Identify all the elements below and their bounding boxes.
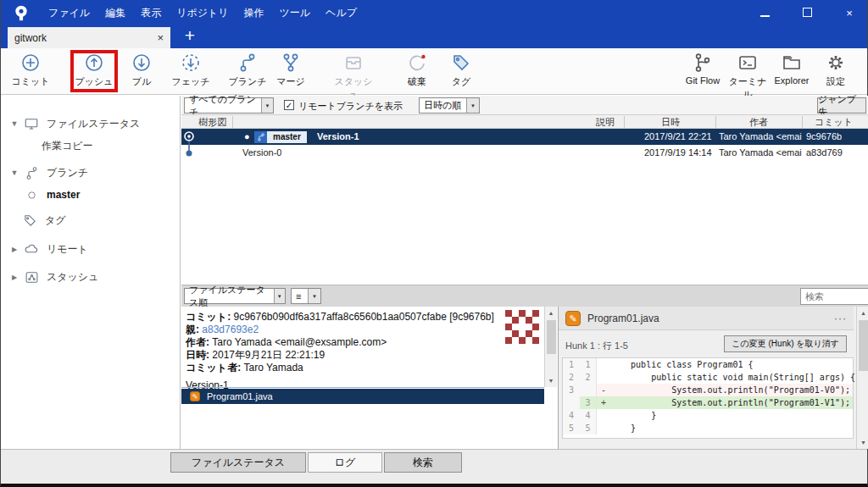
details-scrollbar[interactable]: ▲ ▼ xyxy=(544,307,557,387)
tab-bar: gitwork × + xyxy=(1,25,867,48)
sidebar-item-stashes[interactable]: ▶ スタッシュ xyxy=(1,268,180,286)
close-icon[interactable]: × xyxy=(840,7,859,19)
diff-marker: - xyxy=(597,384,610,396)
chevron-down-icon[interactable]: ▼ xyxy=(8,119,21,128)
terminal-button[interactable]: ターミナル xyxy=(724,51,771,93)
new-tab-icon[interactable]: + xyxy=(179,25,201,46)
diff-file-header[interactable]: ✎ Program01.java ··· xyxy=(559,307,854,330)
gitflow-button[interactable]: Git Flow xyxy=(679,51,726,93)
commit-date: 2017/9/21 22:21 xyxy=(644,129,712,145)
column-header-graph[interactable]: 樹形図 xyxy=(183,116,242,128)
file-name: Program01.java xyxy=(207,391,273,401)
file-list-item-selected[interactable]: ✎ Program01.java xyxy=(181,389,544,404)
search-box xyxy=(800,288,868,305)
tag-icon xyxy=(19,213,40,228)
fetch-button[interactable]: フェッチ xyxy=(167,51,214,93)
pull-button[interactable]: プル xyxy=(118,51,165,93)
parent-commit-link[interactable]: a83d7693e2 xyxy=(202,324,259,335)
sidebar-item-master[interactable]: master xyxy=(1,185,180,204)
minimize-icon[interactable] xyxy=(755,7,774,19)
tab-gitwork[interactable]: gitwork × xyxy=(8,27,170,48)
sidebar-item-branches[interactable]: ▼ ブランチ xyxy=(1,163,180,182)
merge-button[interactable]: マージ xyxy=(267,51,314,93)
explorer-button[interactable]: Explorer xyxy=(768,51,815,93)
diff-marker xyxy=(597,409,610,422)
branch-button[interactable]: ブランチ xyxy=(224,51,271,93)
diff-code-block: 1 1 public class Program01 { 2 2 public … xyxy=(562,357,854,439)
chevron-down-icon[interactable]: ▼ xyxy=(8,169,21,177)
branch-icon xyxy=(21,166,42,180)
tab-close-icon[interactable]: × xyxy=(157,31,164,44)
new-line-number: 2 xyxy=(580,371,597,384)
scroll-up-icon[interactable]: ▲ xyxy=(857,307,868,319)
sourcetree-window: ファイル 編集 表示 リポジトリ 操作 ツール ヘルプ × gitwork × … xyxy=(0,0,868,487)
check-icon: ✓ xyxy=(286,101,292,110)
jump-to-button[interactable]: ジャンプ先 xyxy=(817,97,866,113)
menu-item-file[interactable]: ファイル xyxy=(48,6,90,20)
column-header-commit[interactable]: コミット xyxy=(802,116,865,128)
tab-file-status[interactable]: ファイルステータス xyxy=(170,452,306,473)
sidebar-item-remotes[interactable]: ▶ リモート xyxy=(1,240,180,258)
settings-button[interactable]: 設定 xyxy=(812,51,860,93)
commit-hash: 9c9676b xyxy=(806,129,842,145)
chevron-right-icon[interactable]: ▶ xyxy=(8,246,21,253)
column-header-date[interactable]: 日時 xyxy=(624,116,717,128)
commit-author: Taro Yamada <emai xyxy=(719,145,802,161)
cloud-icon xyxy=(21,241,42,257)
view-options-dropdown[interactable]: ≡ ▼ xyxy=(291,288,321,304)
detail-committer-value: Taro Yamada xyxy=(243,362,303,374)
sidebar: ▼ ファイルステータス 作業コピー ▼ ブランチ master xyxy=(1,96,181,449)
commit-row-selected[interactable]: ● master Version-1 2017/9/21 22:21 Taro … xyxy=(181,129,868,145)
search-input[interactable] xyxy=(801,291,868,302)
sort-order-dropdown[interactable]: 日時の順 ▼ xyxy=(419,97,480,113)
commit-hash: a83d769 xyxy=(806,145,843,161)
sidebar-item-tags[interactable]: タグ xyxy=(1,211,180,230)
detail-date-label: 日時: xyxy=(186,349,209,361)
discard-button[interactable]: 破棄 xyxy=(393,51,441,93)
remote-branches-checkbox[interactable]: ✓ xyxy=(284,100,294,110)
file-sort-dropdown[interactable]: ファイルステータス順 ▼ xyxy=(184,288,286,304)
sidebar-item-file-status[interactable]: ▼ ファイルステータス xyxy=(1,114,180,133)
column-header-author[interactable]: 作者 xyxy=(715,116,802,128)
menu-icon: ≡ xyxy=(296,291,301,302)
diff-scrollbar[interactable]: ▲ ▼ xyxy=(856,307,868,449)
menu-item-repository[interactable]: リポジトリ xyxy=(176,6,228,20)
more-icon[interactable]: ··· xyxy=(834,313,847,324)
detail-author-label: 作者: xyxy=(186,336,209,348)
scroll-down-icon[interactable]: ▼ xyxy=(545,374,557,387)
maximize-icon[interactable] xyxy=(798,7,816,19)
dropdown-arrow-icon: ▼ xyxy=(274,289,285,303)
diff-line: 2 2 public static void main(String[] arg… xyxy=(563,371,853,384)
diff-code: System.out.println("Program01-V1"); xyxy=(610,396,853,409)
tag-button[interactable]: タグ xyxy=(437,51,485,93)
commit-row[interactable]: Version-0 2017/9/19 14:14 Taro Yamada <e… xyxy=(181,145,868,161)
menu-item-view[interactable]: 表示 xyxy=(141,6,161,20)
menu-item-edit[interactable]: 編集 xyxy=(105,6,125,20)
new-line-number: 1 xyxy=(580,358,597,371)
revert-hunk-button[interactable]: この変更 (Hunk) を取り消す xyxy=(724,335,847,352)
stash-button[interactable]: スタッシュ xyxy=(330,51,377,93)
terminal-icon xyxy=(724,51,771,75)
detail-author-value: Taro Yamada <email@exsample.com> xyxy=(212,336,387,348)
divider xyxy=(181,387,544,388)
commit-description: Version-1 xyxy=(317,129,359,145)
tab-log[interactable]: ログ xyxy=(308,452,382,473)
tab-search[interactable]: 検索 xyxy=(384,452,462,473)
scroll-up-icon[interactable]: ▲ xyxy=(545,307,557,319)
commit-button[interactable]: コミット xyxy=(7,51,54,93)
branch-icon xyxy=(224,51,271,75)
push-button[interactable]: プッシュ xyxy=(70,51,118,93)
scroll-down-icon[interactable]: ▼ xyxy=(857,436,868,449)
commit-details-text: コミット: 9c9676b090df6a317affa8c6560b1aa050… xyxy=(186,311,494,374)
new-line-number: 3 xyxy=(580,396,597,409)
diff-marker: + xyxy=(597,396,610,409)
branch-filter-dropdown[interactable]: すべてのブランチ ▼ xyxy=(184,97,274,113)
sidebar-item-working-copy[interactable]: 作業コピー xyxy=(1,136,180,155)
hunk-label: Hunk 1 : 行 1-5 xyxy=(565,340,628,352)
menu-item-actions[interactable]: 操作 xyxy=(244,6,264,20)
diff-marker xyxy=(597,422,610,434)
chevron-right-icon[interactable]: ▶ xyxy=(8,274,21,281)
new-line-number: 5 xyxy=(580,422,597,434)
menu-item-help[interactable]: ヘルプ xyxy=(326,6,357,20)
menu-item-tools[interactable]: ツール xyxy=(280,6,311,20)
